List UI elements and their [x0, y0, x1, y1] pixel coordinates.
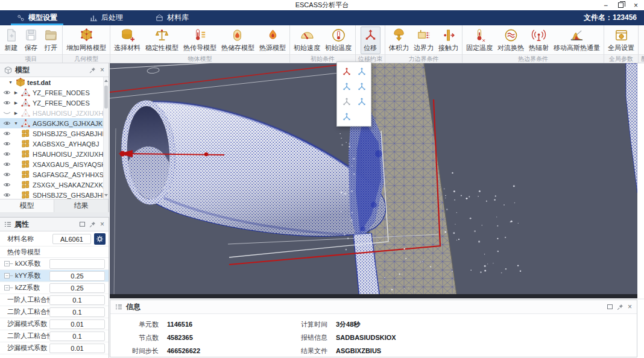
expand-arrow-icon[interactable]: ▼	[13, 121, 19, 125]
tab-post-process[interactable]: 后处理	[83, 10, 130, 25]
tree-root-item[interactable]: ▼test.dat	[0, 77, 109, 87]
mesh-grid-icon	[21, 160, 31, 168]
float-panel-icon[interactable]	[80, 222, 85, 227]
constraint-option-7[interactable]	[339, 110, 353, 123]
displacement-button[interactable]: 位移	[361, 27, 380, 54]
tree-item[interactable]: XAGBSXG_AYHAQBJ	[0, 139, 109, 149]
new-file-button[interactable]: 新建	[1, 27, 21, 54]
property-row[interactable]: 二阶人工粘合性0.1	[0, 306, 109, 318]
eye-open-icon[interactable]	[2, 182, 11, 187]
constraint-option-5[interactable]	[339, 95, 353, 108]
property-row[interactable]: 一阶人工粘合性0.1	[0, 294, 109, 306]
stability-model-button[interactable]: 稳定性模型	[143, 27, 181, 54]
fixed-temperature-button[interactable]: 固定温度	[464, 27, 495, 54]
constraint-option-1[interactable]	[339, 65, 353, 78]
tree-item[interactable]: ▶YZ_FREE_NODES	[0, 87, 109, 98]
close-icon[interactable]: ×	[628, 304, 632, 310]
pin-icon[interactable]	[617, 304, 623, 310]
expand-arrow-icon[interactable]: ▼	[8, 80, 13, 84]
float-panel-icon[interactable]	[607, 304, 613, 309]
constraint-option-6[interactable]	[355, 95, 368, 108]
mesh-grid-icon	[21, 140, 31, 148]
tree-item[interactable]: HSAUHOISU_JZXIUXHAHX	[0, 149, 109, 159]
scroll-up-icon[interactable]	[104, 80, 108, 82]
tree-scrollbar[interactable]	[103, 77, 109, 199]
tab-model-settings[interactable]: 模型设置	[10, 10, 65, 25]
global-settings-button[interactable]: 全局设置	[605, 27, 637, 54]
heat-conduction-button[interactable]: 热传导模型	[181, 27, 219, 54]
select-material-button[interactable]: 选择材料	[112, 27, 143, 54]
open-folder-button[interactable]: 打开	[41, 27, 61, 54]
eye-open-icon[interactable]	[2, 172, 11, 177]
eye-open-icon[interactable]	[2, 141, 11, 146]
initial-temperature-button[interactable]: 初始温度	[323, 27, 354, 54]
scroll-down-icon[interactable]	[104, 194, 108, 196]
toolbar-group-label: 几何模型	[63, 54, 110, 63]
panel-tab-result[interactable]: 结果	[54, 199, 109, 212]
constraint-option-2[interactable]	[355, 65, 368, 78]
close-icon[interactable]: ×	[100, 67, 104, 73]
constraint-option-3[interactable]	[339, 80, 353, 93]
property-value-input[interactable]: 0.1	[49, 307, 105, 317]
restore-icon[interactable]	[618, 2, 623, 8]
property-value-input[interactable]: 0.1	[49, 331, 105, 341]
scroll-thumb[interactable]	[104, 86, 108, 108]
initial-velocity-button[interactable]: 初始速度	[291, 27, 323, 54]
close-icon[interactable]: ×	[100, 221, 104, 227]
property-row[interactable]: 二阶人工粘合性0.1	[0, 330, 109, 342]
property-row[interactable]: kXX系数	[0, 258, 109, 270]
tree-item[interactable]: XSAXGAUS_AISYAQSH_ASHX	[0, 159, 109, 169]
property-label-text: 二阶人工粘合性	[7, 307, 49, 316]
property-value-input[interactable]: 0.25	[49, 283, 105, 293]
tree-item[interactable]: ▶HSAUHOISU_JZXIUXHAHX	[0, 108, 109, 118]
pin-icon[interactable]	[89, 221, 96, 228]
tree-item[interactable]: ZSXGX_HSAKAZNZXK_AHASX	[0, 180, 109, 190]
expand-arrow-icon[interactable]: ▶	[13, 101, 19, 105]
eye-open-icon[interactable]	[2, 131, 11, 136]
material-settings-button[interactable]	[94, 233, 106, 245]
tree-item[interactable]: SDHSBJZS_GHSABJHB_ZAHU	[0, 128, 109, 139]
constraint-option-4[interactable]	[355, 80, 368, 93]
property-value-input[interactable]	[49, 259, 105, 269]
panel-tab-model[interactable]: 模型	[0, 199, 54, 212]
eye-open-icon[interactable]	[2, 90, 11, 95]
close-icon[interactable]: ×	[634, 1, 638, 10]
minimize-icon[interactable]: −	[604, 1, 608, 10]
radiation-button[interactable]: 热辐射	[526, 27, 551, 54]
boundary-force-button[interactable]: 边界力	[411, 27, 436, 54]
ribbon-toolbar: 新建保存打开项目增加网格模型几何模型选择材料稳定性模型热传导模型热储存模型热源模…	[0, 25, 644, 63]
expand-arrow-icon[interactable]: ▶	[13, 90, 19, 95]
tree-item[interactable]: SAGFASGZ_ASYHHXSN	[0, 169, 109, 180]
property-row[interactable]: kYY系数0.25	[0, 270, 109, 282]
material-name-input[interactable]: AL6061	[52, 234, 91, 244]
tree-item[interactable]: SDHSBJZS_GHSABJHB_ZAHU	[0, 190, 109, 199]
body-force-button[interactable]: 体积力	[387, 27, 411, 54]
eye-hidden-icon[interactable]	[2, 110, 11, 116]
property-value-input[interactable]: 0.01	[49, 319, 105, 329]
eye-open-icon[interactable]	[2, 100, 11, 105]
property-value-input[interactable]: 0.1	[49, 295, 105, 305]
expand-arrow-icon[interactable]: ▶	[13, 111, 19, 116]
gauss-flux-button[interactable]: 移动高斯热通量	[551, 27, 602, 54]
convection-button[interactable]: 对流换热	[495, 27, 526, 54]
add-mesh-button[interactable]: 增加网格模型	[64, 27, 109, 54]
tree-item[interactable]: ▶YZ_FREE_NODES	[0, 98, 109, 108]
eye-open-icon[interactable]	[2, 192, 11, 198]
contact-force-button[interactable]: 接触力	[436, 27, 461, 54]
eye-open-icon[interactable]	[2, 121, 11, 126]
heat-storage-button[interactable]: 热储存模型	[219, 27, 257, 54]
save-button[interactable]: 保存	[21, 27, 41, 54]
property-row[interactable]: kZZ系数0.25	[0, 282, 109, 294]
viewport-3d[interactable]	[110, 63, 637, 298]
pin-icon[interactable]	[89, 67, 96, 74]
add-mesh-icon	[79, 28, 94, 43]
property-row[interactable]: 沙漏模式系数0.01	[0, 318, 109, 330]
property-value-input[interactable]: 0.01	[49, 344, 105, 353]
tree-item[interactable]: ▼AGSGKJKG_GJHXAJKHXA	[0, 118, 109, 128]
eye-open-icon[interactable]	[2, 151, 11, 157]
eye-open-icon[interactable]	[2, 162, 11, 167]
property-value-input[interactable]: 0.25	[49, 271, 105, 281]
heat-source-button[interactable]: 热源模型	[257, 27, 288, 54]
tab-material-library[interactable]: 材料库	[148, 10, 196, 25]
property-row[interactable]: 沙漏模式系数0.01	[0, 342, 109, 354]
